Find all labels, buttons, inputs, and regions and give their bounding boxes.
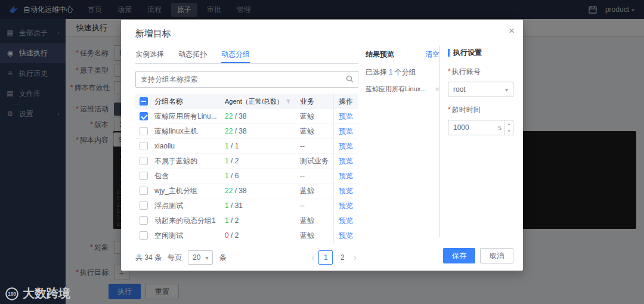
preview-link[interactable]: 预览 <box>339 201 353 211</box>
preview-link[interactable]: 预览 <box>339 171 353 181</box>
timeout-unit: s <box>498 123 504 132</box>
per-page-select[interactable]: 20 ▾ <box>188 250 213 265</box>
group-search <box>135 71 358 88</box>
action-cell: 预览 <box>333 169 358 183</box>
select-all-checkbox[interactable] <box>140 97 148 106</box>
step-down-icon[interactable]: ▾ <box>505 128 513 135</box>
agent-total-count: / 38 <box>233 127 246 135</box>
watermark-logo: 100 <box>5 287 19 301</box>
tab-dynamic-topology[interactable]: 动态拓扑 <box>178 46 207 63</box>
row-checkbox[interactable] <box>140 172 148 180</box>
table-row[interactable]: 浮点测试1 / 31--预览 <box>135 198 358 213</box>
header-business: 业务 <box>300 97 333 107</box>
row-checkbox[interactable] <box>140 231 148 240</box>
account-select[interactable]: root ▾ <box>448 82 513 97</box>
per-page-suffix: 条 <box>219 253 226 263</box>
preview-link[interactable]: 预览 <box>339 231 353 241</box>
preview-link[interactable]: 预览 <box>339 186 353 196</box>
agent-total-count: / 2 <box>229 231 239 240</box>
save-button[interactable]: 保存 <box>443 248 475 263</box>
business-cell: 蓝鲸 <box>300 126 333 137</box>
clear-selection-link[interactable]: 清空 <box>425 49 439 60</box>
agent-ok-count: 22 <box>225 112 233 120</box>
row-checkbox[interactable] <box>140 127 148 135</box>
page-number[interactable]: 2 <box>335 250 349 265</box>
selected-count-text: 已选择1个分组 <box>366 67 439 77</box>
row-checkbox[interactable] <box>140 201 148 210</box>
search-input[interactable] <box>135 71 358 88</box>
tab-dynamic-group[interactable]: 动态分组 <box>221 46 250 63</box>
row-checkbox[interactable] <box>140 187 148 195</box>
preview-link[interactable]: 预览 <box>339 126 353 137</box>
table-row[interactable]: 动起来的动态分组11 / 2蓝鲸预览 <box>135 213 358 228</box>
page-number[interactable]: 1 <box>318 250 333 265</box>
preview-link[interactable]: 预览 <box>339 216 353 226</box>
next-page-icon[interactable]: › <box>352 253 358 262</box>
settings-title: 执行设置 <box>453 48 482 58</box>
per-page-value: 20 <box>193 253 200 262</box>
row-checkbox[interactable] <box>140 216 148 225</box>
account-label: 执行账号 <box>452 67 481 76</box>
group-name-cell: 包含 <box>154 171 225 181</box>
timeout-input[interactable]: 1000 s ▴ ▾ <box>448 120 513 135</box>
header-group-name: 分组名称 <box>154 97 225 107</box>
remove-icon[interactable]: × <box>435 85 439 94</box>
close-icon[interactable]: × <box>509 25 515 37</box>
agent-ok-count: 22 <box>225 187 233 195</box>
table-row[interactable]: xiaoliu1 / 1--预览 <box>135 139 358 154</box>
preview-list: 蓝鲸应用所有Linux主机× <box>366 85 439 94</box>
checkbox-cell <box>135 172 154 180</box>
business-cell: 蓝鲸 <box>300 216 333 226</box>
row-checkbox[interactable] <box>140 112 148 120</box>
group-name-cell: 动起来的动态分组1 <box>154 216 225 226</box>
table-row[interactable]: 蓝鲸linux主机22 / 38蓝鲸预览 <box>135 124 358 139</box>
timeout-value: 1000 <box>448 123 498 132</box>
per-page-prefix: 每页 <box>168 253 182 263</box>
table-row[interactable]: 蓝鲸应用所有Linu...22 / 38蓝鲸预览 <box>135 109 358 124</box>
preview-link[interactable]: 预览 <box>339 111 353 122</box>
action-cell: 预览 <box>333 213 358 228</box>
table-header: 分组名称 Agent（正常/总数） 业务 操作 <box>135 94 358 109</box>
business-cell: -- <box>300 142 333 150</box>
timeout-label: 超时时间 <box>452 106 481 114</box>
preview-title: 结果预览 <box>366 49 394 60</box>
tab-bar: 实例选择 动态拓扑 动态分组 <box>135 46 358 64</box>
group-name-cell: 蓝鲸应用所有Linu... <box>154 111 225 122</box>
checkbox-cell <box>135 142 154 150</box>
step-up-icon[interactable]: ▴ <box>505 120 513 128</box>
preview-link[interactable]: 预览 <box>339 156 353 166</box>
action-cell: 预览 <box>333 184 358 198</box>
cancel-button[interactable]: 取消 <box>480 248 513 263</box>
vertical-divider <box>439 46 440 237</box>
group-name-cell: 浮点测试 <box>154 201 225 211</box>
pagination: 共 34 条 每页 20 ▾ 条 ‹ 12 › <box>135 250 358 265</box>
chevron-down-icon: ▾ <box>205 255 208 261</box>
preview-link[interactable]: 预览 <box>339 141 353 151</box>
add-target-modal: 新增目标 × 实例选择 动态拓扑 动态分组 分组名称 Agent（正常/总数） <box>121 20 523 271</box>
section-accent-bar <box>448 49 450 57</box>
search-icon[interactable] <box>346 75 354 85</box>
table-row[interactable]: 不属于蓝鲸的1 / 2测试业务预览 <box>135 154 358 169</box>
prev-page-icon[interactable]: ‹ <box>310 253 317 262</box>
action-cell: 预览 <box>333 124 358 138</box>
agent-ok-count: 1 <box>225 157 229 165</box>
action-cell: 预览 <box>333 228 358 243</box>
header-agent: Agent（正常/总数） <box>225 97 300 106</box>
agent-total-count: / 1 <box>229 142 239 150</box>
preview-item: 蓝鲸应用所有Linux主机× <box>366 85 439 94</box>
agent-total-count: / 2 <box>229 157 239 165</box>
row-checkbox[interactable] <box>140 157 148 165</box>
agent-count-cell: 1 / 2 <box>225 157 300 165</box>
chevron-down-icon: ▾ <box>505 86 508 93</box>
business-cell: 蓝鲸 <box>300 111 333 122</box>
number-stepper[interactable]: ▴ ▾ <box>504 120 513 135</box>
pagination-pages: 12 <box>318 250 349 265</box>
row-checkbox[interactable] <box>140 142 148 150</box>
table-row[interactable]: 包含1 / 6--预览 <box>135 169 358 184</box>
watermark-text: 大数跨境 <box>23 286 70 302</box>
filter-icon[interactable] <box>286 99 291 104</box>
table-row[interactable]: 空闲测试0 / 2蓝鲸预览 <box>135 228 358 243</box>
table-row[interactable]: wjy_主机分组22 / 38蓝鲸预览 <box>135 184 358 198</box>
agent-ok-count: 22 <box>225 127 233 135</box>
tab-instance-select[interactable]: 实例选择 <box>135 46 164 63</box>
